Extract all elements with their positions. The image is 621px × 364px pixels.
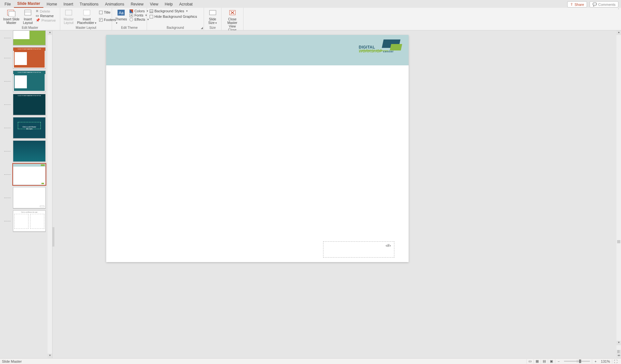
previous-slide-button[interactable]: ⬱ [616, 350, 621, 354]
layout-thumbnail-1[interactable] [13, 30, 46, 45]
svg-text:Aa: Aa [119, 11, 124, 15]
tab-review[interactable]: Review [128, 1, 147, 8]
preserve-button[interactable]: 📌 Preserve [36, 18, 56, 22]
colors-icon [130, 9, 133, 13]
effects-icon [130, 18, 133, 21]
status-bar: Slide Master ▭ ▦ ▤ ▣ − + 131% ⛶ [0, 358, 621, 364]
tab-file[interactable]: File [1, 1, 14, 8]
insert-placeholder-label: Insert Placeholder▾ [77, 17, 96, 25]
share-icon: ⇪ [570, 2, 573, 6]
insert-layout-button[interactable]: Insert Layout [22, 8, 34, 25]
tab-acrobat[interactable]: Acrobat [176, 1, 196, 8]
effects-button[interactable]: Effects▾ [130, 17, 149, 21]
stage-scroll-thumb[interactable] [617, 240, 620, 243]
footers-checkbox[interactable] [99, 18, 103, 22]
close-master-view-label: Close Master View [225, 17, 240, 28]
group-edit-master-label: Edit Master [3, 26, 57, 30]
rename-button[interactable]: ▭ Rename [36, 14, 56, 18]
share-button[interactable]: ⇪ Share [567, 1, 587, 7]
thumb-scroll-down[interactable]: ▾ [48, 354, 52, 358]
ribbon-tabs: File Slide Master Home Insert Transition… [0, 0, 621, 8]
preserve-icon: 📌 [36, 18, 40, 22]
tab-animations[interactable]: Animations [102, 1, 127, 8]
workspace: CLICK TO EDIT MASTER TITLE STYLE CLICK T… [0, 30, 621, 358]
hide-bg-checkbox-row[interactable]: Hide Background Graphics [150, 15, 197, 18]
ribbon-collapse-button[interactable]: ˆ [618, 8, 619, 12]
zoom-out-button[interactable]: − [555, 359, 562, 364]
themes-button[interactable]: Aa Themes▾ [115, 8, 128, 25]
background-styles-icon [150, 9, 153, 13]
tab-help[interactable]: Help [162, 1, 176, 8]
svg-rect-5 [84, 10, 90, 15]
layout-thumbnail-9[interactable]: Click to edit Master title style [13, 210, 46, 232]
thumb-scroll-up[interactable]: ▴ [48, 30, 52, 35]
stage-vertical-scrollbar[interactable]: ▴ ▾ ⬱ ⬲ [616, 30, 621, 358]
slide-stage[interactable]: DIGITAL WORKSHOP center ‹#› ▴ ▾ ⬱ ⬲ [54, 30, 621, 358]
colors-label: Colors [134, 9, 145, 13]
comments-icon: 💬 [593, 2, 597, 6]
rename-label: Rename [40, 14, 54, 18]
ribbon: Insert Slide Master Insert Layout ✖ Dele… [0, 8, 621, 30]
group-size-label: Size [207, 26, 219, 30]
master-layout-icon [63, 9, 74, 17]
layout-thumbnail-7[interactable] [13, 164, 46, 185]
view-normal-button[interactable]: ▭ [526, 359, 534, 364]
themes-label: Themes▾ [115, 17, 127, 25]
slide-number-value: ‹#› [386, 243, 391, 248]
tab-transitions[interactable]: Transitions [76, 1, 102, 8]
zoom-in-button[interactable]: + [592, 359, 599, 364]
view-sorter-button[interactable]: ▦ [534, 359, 541, 364]
group-background: Background Styles▾ Hide Background Graph… [147, 8, 204, 30]
slide-size-button[interactable]: Slide Size▾ [207, 8, 219, 25]
layout-thumbnail-2[interactable]: CLICK TO EDIT MASTER TITLE STYLE [13, 47, 46, 69]
background-styles-button[interactable]: Background Styles▾ [150, 9, 197, 13]
tab-insert[interactable]: Insert [60, 1, 76, 8]
slide-canvas[interactable]: DIGITAL WORKSHOP center ‹#› [106, 35, 409, 262]
tab-view[interactable]: View [147, 1, 162, 8]
thumbnail-list[interactable]: CLICK TO EDIT MASTER TITLE STYLE CLICK T… [0, 30, 48, 358]
effects-label: Effects [134, 17, 145, 21]
stage-scroll-up[interactable]: ▴ [616, 30, 621, 35]
status-mode: Slide Master [2, 359, 22, 363]
delete-button[interactable]: ✖ Delete [36, 9, 56, 13]
group-size: Slide Size▾ Size [204, 8, 221, 30]
colors-button[interactable]: Colors▾ [130, 9, 149, 13]
group-master-layout-label: Master Layout [63, 26, 109, 30]
stage-scroll-down[interactable]: ▾ [616, 341, 621, 345]
title-checkbox[interactable] [99, 11, 103, 14]
thumbnail-pane: CLICK TO EDIT MASTER TITLE STYLE CLICK T… [0, 30, 52, 358]
background-dialog-launcher[interactable]: ◢ [201, 26, 203, 29]
comments-button[interactable]: 💬 Comments [590, 1, 618, 7]
next-slide-button[interactable]: ⬲ [616, 354, 621, 358]
fit-to-window-button[interactable]: ⛶ [612, 359, 619, 364]
zoom-value[interactable]: 131% [599, 359, 612, 363]
hide-bg-label: Hide Background Graphics [154, 15, 197, 18]
slide-header-band: DIGITAL WORKSHOP center [106, 35, 409, 65]
title-checkbox-label: Title [104, 10, 110, 14]
tab-home[interactable]: Home [43, 1, 60, 8]
slide-number-placeholder[interactable]: ‹#› [323, 241, 394, 258]
zoom-slider[interactable] [564, 361, 590, 362]
layout-thumbnail-6[interactable] [13, 140, 46, 162]
view-reading-button[interactable]: ▤ [541, 359, 548, 364]
fonts-label: Fonts [134, 13, 143, 17]
insert-placeholder-button[interactable]: Insert Placeholder▾ [76, 8, 97, 25]
close-master-view-button[interactable]: Close Master View [224, 8, 241, 28]
insert-placeholder-icon [82, 9, 92, 17]
layout-thumbnail-4[interactable]: CLICK TO EDIT MASTER TITLE STYLE [13, 94, 46, 115]
layout-thumbnail-3[interactable]: CLICK TO EDIT MASTER TITLE STYLE [13, 71, 46, 92]
layout-thumbnail-5[interactable]: Click to edit Master title style [13, 117, 46, 138]
insert-slide-master-button[interactable]: Insert Slide Master [3, 8, 20, 25]
thumbnail-scrollbar[interactable]: ▴ ▾ [48, 30, 52, 358]
fonts-icon: A [130, 14, 133, 17]
close-icon [227, 9, 238, 17]
layout-thumbnail-8[interactable] [13, 187, 46, 208]
slide-size-icon [208, 9, 218, 17]
master-layout-button[interactable]: Master Layout [63, 8, 74, 25]
comments-label: Comments [598, 3, 615, 6]
tab-slide-master[interactable]: Slide Master [14, 0, 43, 8]
hide-bg-checkbox[interactable] [150, 15, 153, 18]
fonts-button[interactable]: A Fonts▾ [130, 13, 149, 17]
delete-label: Delete [40, 9, 50, 13]
view-slideshow-button[interactable]: ▣ [548, 359, 555, 364]
